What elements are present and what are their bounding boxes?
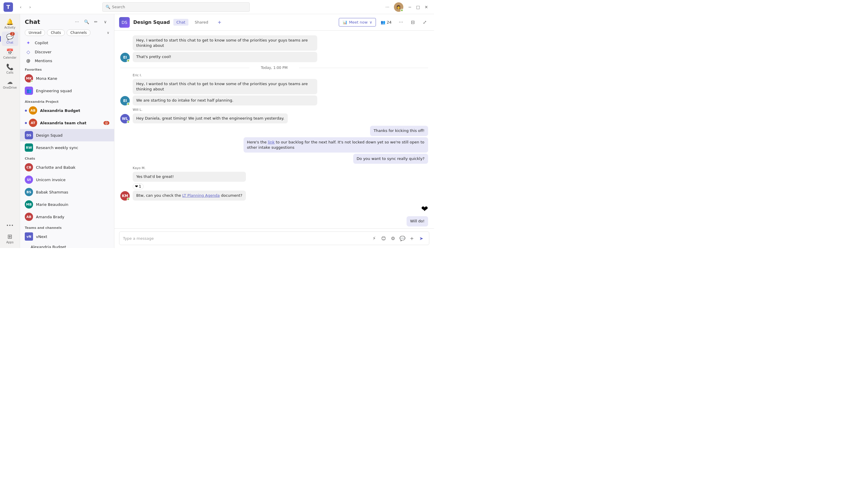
message-input[interactable]: [123, 236, 368, 241]
chat-badge: 2: [10, 32, 15, 36]
sidebar-item-unicorn[interactable]: UI Unicorn invoice: [20, 173, 114, 186]
sidebar-item-alex-budget-ch[interactable]: Alexandria Budget: [20, 243, 114, 248]
sidebar-item-copilot[interactable]: ✦ Copilot: [20, 38, 114, 47]
filter-pills: Unread Chats Channels ∨: [20, 28, 114, 38]
alex-chat-avatar: AT: [29, 119, 37, 127]
add-people-button[interactable]: +: [215, 18, 224, 27]
pill-unread[interactable]: Unread: [25, 29, 45, 36]
sidebar-item-mona[interactable]: MK Mona Kane: [20, 72, 114, 84]
mona-avatar: MK: [25, 74, 33, 82]
sidebar-header-actions: ··· 🔍 ✏ ∨: [73, 18, 109, 26]
msg-content-mine: Thanks for kicking this off! Here's the …: [243, 126, 428, 164]
meet-now-button[interactable]: 📊 Meet now ∨: [339, 18, 376, 27]
participants-icon: 👥: [380, 20, 385, 25]
will-sender: Will L.: [133, 108, 288, 112]
giphy-button[interactable]: ⚙: [389, 234, 397, 243]
vnext-label: vNext: [36, 234, 109, 239]
onedrive-label: OneDrive: [3, 86, 17, 89]
sidebar-item-marie[interactable]: MB Marie Beaudouin: [20, 198, 114, 211]
rail-item-onedrive[interactable]: ☁ OneDrive: [2, 77, 18, 91]
rail-item-calendar[interactable]: 📅 Calendar: [2, 47, 18, 61]
chat-label: Chat: [6, 41, 13, 44]
message-group-early: EI Hey, I wanted to start this chat to g…: [120, 35, 428, 62]
will-bubble1: Hey Daniela, great timing! We just met w…: [133, 113, 288, 123]
rail-item-more[interactable]: •••: [2, 221, 18, 230]
design-squad-avatar: DS: [25, 131, 33, 139]
alex-budget-ch-label: Alexandria Budget: [31, 245, 109, 248]
message-group-mine2: ❤️ Will do!: [120, 203, 428, 226]
sidebar-item-charlotte[interactable]: CB Charlotte and Babak: [20, 161, 114, 173]
calendar-label: Calendar: [3, 56, 16, 59]
tab-chat[interactable]: Chat: [174, 19, 188, 26]
rail-item-calls[interactable]: 📞 Calls: [2, 62, 18, 76]
filter-chevron-icon[interactable]: ∨: [107, 31, 109, 35]
pill-channels[interactable]: Channels: [66, 29, 91, 36]
more-button[interactable]: ···: [383, 3, 391, 11]
maximize-button[interactable]: □: [414, 3, 422, 11]
titlebar-right: ··· 👩 ─ □ ✕: [383, 2, 431, 12]
sticker-button[interactable]: 💬: [398, 234, 407, 243]
sidebar-item-babak[interactable]: BS Babak Shammas: [20, 186, 114, 198]
tab-shared[interactable]: Shared: [192, 19, 211, 26]
message-group-mine: Thanks for kicking this off! Here's the …: [120, 126, 428, 164]
apps-icon: ⊞: [8, 233, 12, 240]
sidebar-item-mentions[interactable]: @ Mentions: [20, 57, 114, 65]
eric-online: [127, 103, 130, 106]
popout-button[interactable]: ⤢: [420, 18, 429, 27]
input-tools: ⚡ 😊 ⚙ 💬 + ➤: [370, 234, 425, 243]
back-button[interactable]: ‹: [16, 3, 25, 11]
ei-early-online: [127, 59, 130, 62]
rail-item-chat[interactable]: 💬 2 Chat: [2, 32, 18, 46]
will-online: [127, 121, 130, 123]
search-bar[interactable]: 🔍: [102, 2, 250, 12]
vnext-avatar: vN: [25, 232, 33, 241]
participants-button[interactable]: 👥 24: [378, 19, 394, 26]
format-button[interactable]: ⚡: [370, 234, 378, 243]
lt-planning-link[interactable]: LT Planning Agenda: [182, 193, 220, 198]
onedrive-icon: ☁: [7, 78, 13, 86]
sidebar-item-alex-chat[interactable]: ● AT Alexandria team chat @: [20, 117, 114, 129]
more-icon: •••: [6, 223, 14, 228]
minimize-button[interactable]: ─: [406, 3, 414, 11]
chat-more-button[interactable]: ···: [396, 18, 406, 27]
send-button[interactable]: ➤: [417, 234, 425, 243]
message-group-will: WL Will L. Hey Daniela, great timing! We…: [120, 108, 428, 123]
alexandria-group-label: Alexandria Project: [20, 97, 114, 104]
user-avatar[interactable]: 👩: [394, 2, 403, 12]
copilot-label: Copilot: [35, 41, 48, 45]
kayo-online: [127, 198, 130, 201]
rail-item-activity[interactable]: 🔔 Activity: [2, 16, 18, 31]
sidebar-more-button[interactable]: ···: [73, 18, 81, 26]
discover-icon: ◇: [25, 49, 32, 55]
forward-button[interactable]: ›: [26, 3, 34, 11]
alex-budget-label: Alexandria Budget: [40, 108, 109, 113]
sidebar-filter-button[interactable]: ∨: [101, 18, 109, 26]
pill-chats[interactable]: Chats: [47, 29, 64, 36]
sidebar-compose-button[interactable]: ✏: [92, 18, 100, 26]
search-input[interactable]: [112, 5, 246, 9]
sidebar-item-discover[interactable]: ◇ Discover: [20, 47, 114, 57]
heart-reaction[interactable]: ❤️ 1: [133, 184, 144, 189]
eric-sender: Eric I.: [133, 73, 317, 77]
backlog-link[interactable]: link: [268, 140, 274, 144]
attach-button[interactable]: +: [408, 234, 416, 243]
sidebar-item-alex-budget[interactable]: ● AB Alexandria Budget: [20, 104, 114, 117]
sidebar-toggle-button[interactable]: ⊟: [408, 18, 418, 27]
charlotte-avatar: CB: [25, 163, 33, 171]
sidebar-item-amanda[interactable]: AB Amanda Brady: [20, 211, 114, 223]
calls-label: Calls: [6, 71, 14, 74]
chat-main: DS Design Squad Chat Shared + 📊 Meet now…: [115, 14, 434, 248]
sidebar-item-engineering[interactable]: 👥 Engineering squad: [20, 84, 114, 97]
rail-item-apps[interactable]: ⊞ Apps: [2, 231, 18, 246]
activity-label: Activity: [4, 26, 15, 29]
sidebar-item-vnext[interactable]: vN vNext: [20, 230, 114, 243]
sidebar-item-research[interactable]: RW Research weekly sync: [20, 141, 114, 154]
online-status: [400, 9, 403, 12]
emoji-button[interactable]: 😊: [379, 234, 388, 243]
close-button[interactable]: ✕: [422, 3, 431, 11]
sidebar-item-design-squad[interactable]: DS Design Squad: [20, 129, 114, 141]
chat-header: DS Design Squad Chat Shared + 📊 Meet now…: [115, 14, 434, 31]
sidebar-search-button[interactable]: 🔍: [82, 18, 90, 26]
meet-icon: 📊: [343, 20, 347, 25]
mine-bubble1: Thanks for kicking this off!: [370, 126, 428, 136]
